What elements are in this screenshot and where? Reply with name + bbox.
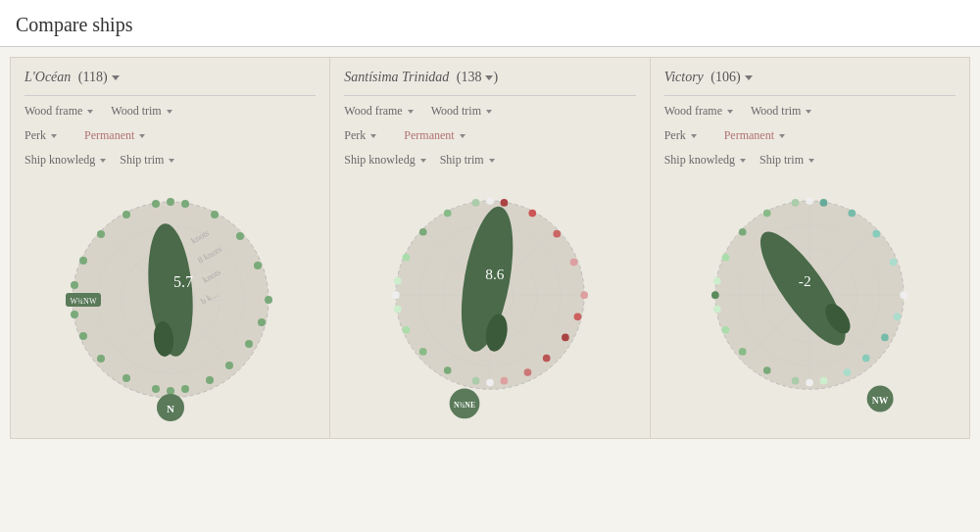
trim-chevron-santisima [486, 110, 492, 114]
ship-header-victory: Victory (106) [664, 70, 956, 85]
shiptrim-label-victory: Ship trim [760, 153, 804, 168]
svg-point-95 [763, 210, 771, 218]
shiptrim-dropdown-locean[interactable]: Ship trim [120, 151, 174, 169]
svg-point-91 [849, 210, 857, 218]
perk-permanent-row-santisima: Perk Permanent [344, 126, 635, 145]
svg-point-70 [501, 377, 509, 385]
svg-point-88 [901, 291, 908, 299]
svg-text:-2: -2 [799, 272, 811, 289]
ship-select-chevron-santisima[interactable] [485, 75, 493, 80]
shiptrim-dropdown-santisima[interactable]: Ship trim [440, 151, 495, 169]
svg-point-99 [711, 291, 719, 299]
frame-label-locean: Wood frame [24, 104, 82, 119]
knowledge-chevron-locean [100, 159, 106, 163]
svg-point-69 [486, 379, 494, 387]
svg-text:N: N [167, 403, 174, 414]
svg-point-58 [472, 199, 480, 207]
permanent-label-victory: Permanent [724, 128, 774, 143]
svg-point-53 [570, 259, 578, 266]
trim-dropdown-victory[interactable]: Wood trim [751, 102, 811, 121]
perk-chevron-santisima [370, 134, 376, 138]
permanent-chevron-santisima [460, 134, 466, 138]
permanent-label-santisima: Permanent [404, 128, 454, 143]
svg-text:NW: NW [872, 395, 889, 406]
svg-point-8 [265, 296, 272, 304]
svg-point-102 [739, 348, 747, 356]
frame-chevron-locean [87, 110, 93, 114]
shiptrim-dropdown-victory[interactable]: Ship trim [760, 151, 814, 169]
frame-dropdown-victory[interactable]: Wood frame [664, 102, 733, 121]
svg-point-26 [181, 385, 189, 393]
perk-chevron-locean [51, 134, 57, 138]
ship-rating-santisima: (138 [453, 70, 481, 85]
svg-point-29 [245, 340, 253, 348]
svg-point-24 [152, 385, 160, 393]
svg-point-18 [71, 281, 78, 289]
ship-name-victory: Victory [664, 70, 704, 85]
shiptrim-chevron-victory [808, 159, 814, 163]
svg-point-11 [211, 211, 219, 218]
trim-label-locean: Wood trim [111, 104, 161, 119]
svg-point-15 [122, 211, 130, 218]
frame-trim-row-locean: Wood frame Wood trim [24, 102, 316, 121]
svg-point-25 [167, 387, 174, 395]
knowledge-label-victory: Ship knowledg [664, 153, 735, 168]
knowledge-dropdown-victory[interactable]: Ship knowledg [664, 151, 746, 169]
svg-point-16 [97, 230, 105, 238]
svg-point-110 [894, 313, 902, 320]
perk-label-locean: Perk [24, 128, 46, 143]
perk-dropdown-victory[interactable]: Perk [664, 126, 697, 145]
frame-dropdown-locean[interactable]: Wood frame [24, 102, 93, 121]
svg-point-109 [881, 334, 889, 342]
permanent-dropdown-victory[interactable]: Permanent [724, 126, 785, 145]
svg-point-12 [181, 200, 189, 208]
svg-point-9 [254, 262, 262, 269]
svg-point-105 [806, 379, 813, 387]
trim-chevron-victory [806, 110, 811, 114]
knowledge-dropdown-locean[interactable]: Ship knowledg [24, 151, 106, 169]
frame-dropdown-santisima[interactable]: Wood frame [344, 102, 413, 121]
svg-text:W¾NW: W¾NW [70, 297, 96, 306]
ship-panel-santisima: Santísima Trinidad (138 ) Wood frame Woo… [330, 58, 650, 438]
ship-select-chevron-locean[interactable] [112, 75, 120, 80]
svg-point-28 [225, 362, 233, 369]
knowledge-dropdown-santisima[interactable]: Ship knowledg [344, 151, 425, 169]
knowledge-chevron-santisima [420, 159, 426, 163]
ship-select-chevron-victory[interactable] [745, 75, 753, 80]
permanent-chevron-locean [139, 134, 145, 138]
svg-point-56 [501, 199, 509, 207]
chart-santisima: N¾NE 8.6 [344, 177, 635, 422]
svg-point-101 [722, 326, 730, 334]
permanent-dropdown-locean[interactable]: Permanent [84, 126, 145, 145]
trim-label-santisima: Wood trim [431, 104, 481, 119]
trim-dropdown-santisima[interactable]: Wood trim [431, 102, 492, 121]
svg-point-74 [574, 313, 582, 320]
ships-container: L'Océan (118) Wood frame Wood trim Perk [10, 57, 970, 439]
svg-text:N¾NE: N¾NE [454, 401, 475, 410]
chart-locean: knots 8 knots knots b k... W¾NW N 5.7 [24, 177, 316, 422]
trim-label-victory: Wood trim [751, 104, 801, 119]
ship-panel-locean: L'Océan (118) Wood frame Wood trim Perk [11, 58, 330, 438]
perk-permanent-row-victory: Perk Permanent [664, 126, 956, 145]
ship-panel-victory: Victory (106) Wood frame Wood trim Perk [651, 58, 969, 438]
page-title: Compare ships [0, 0, 980, 47]
radar-svg-santisima: N¾NE 8.6 [368, 177, 612, 422]
trim-dropdown-locean[interactable]: Wood trim [111, 102, 172, 121]
svg-point-67 [444, 366, 452, 374]
perk-dropdown-santisima[interactable]: Perk [344, 126, 376, 145]
frame-chevron-victory [727, 110, 733, 114]
svg-text:5.7: 5.7 [173, 273, 193, 290]
svg-point-10 [236, 232, 244, 240]
svg-point-17 [79, 257, 87, 265]
frame-trim-row-victory: Wood frame Wood trim [664, 102, 956, 121]
svg-point-108 [862, 355, 870, 363]
shiptrim-chevron-locean [169, 159, 174, 163]
svg-point-103 [763, 366, 771, 374]
svg-point-23 [122, 374, 130, 382]
ship-name-locean: L'Océan [24, 70, 71, 85]
shiptrim-label-locean: Ship trim [120, 153, 164, 168]
perk-dropdown-locean[interactable]: Perk [24, 126, 57, 145]
svg-point-96 [739, 228, 747, 236]
permanent-dropdown-santisima[interactable]: Permanent [404, 126, 465, 145]
svg-point-72 [543, 355, 551, 363]
